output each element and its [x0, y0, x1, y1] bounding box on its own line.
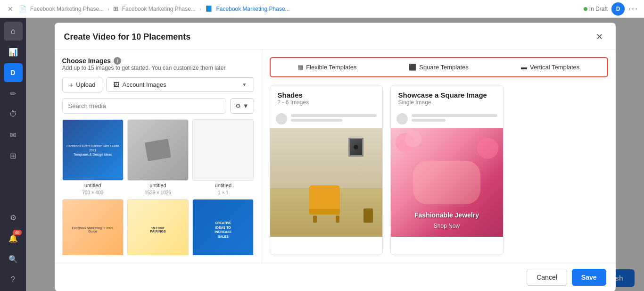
image-thumb-3[interactable]	[192, 119, 254, 181]
sidebar-item-pencil[interactable]: ✏	[4, 84, 23, 103]
tab-vertical-templates[interactable]: ▬ Vertical Templates	[495, 60, 605, 75]
more-button[interactable]: ···	[628, 4, 638, 14]
preview-line-1	[291, 114, 377, 117]
avatar[interactable]: D	[611, 2, 625, 16]
image-thumb-4[interactable]: Facebook Marketing in 2021Guide	[62, 199, 124, 255]
account-images-button[interactable]: 🖼 Account Images ▼	[106, 77, 254, 92]
search-input[interactable]	[62, 98, 226, 114]
card-shades-preview	[270, 109, 382, 237]
choose-images-header: Choose Images i	[62, 57, 254, 65]
vertical-tab-icon: ▬	[521, 64, 527, 71]
list-item: untitled 1539 × 1026	[127, 119, 189, 195]
sidebar-item-clock[interactable]: ⏱	[4, 105, 23, 124]
chair	[309, 185, 343, 223]
tab-square-templates[interactable]: ⬛ Square Templates	[384, 60, 494, 75]
breadcrumb-3-label[interactable]: Facebook Marketing Phase...	[216, 6, 290, 12]
save-button[interactable]: Save	[572, 269, 606, 286]
modal: Create Video for 10 Placements ✕ Choose …	[55, 23, 616, 291]
search-input-wrapper	[62, 98, 226, 114]
card-shades-header: Shades 2 - 6 Images	[270, 85, 382, 109]
card-square-preview: Fashionable Jewelry Shop Now	[391, 109, 503, 237]
jewelry-title: Fashionable Jewelry	[414, 211, 479, 219]
breadcrumb-1-label[interactable]: Facebook Marketing Phase...	[30, 6, 104, 12]
modal-header: Create Video for 10 Placements ✕	[55, 23, 616, 50]
image-preview-4: Facebook Marketing in 2021Guide	[63, 200, 123, 255]
image-thumb-1[interactable]: Facebook Event Banner Size Guide 2021Tem…	[62, 119, 124, 181]
sidebar-item-search[interactable]: 🔍	[4, 249, 23, 268]
image-preview-2	[128, 120, 188, 180]
list-item: Facebook Event Banner Size Guide 2021Tem…	[62, 119, 124, 195]
flower-3	[477, 138, 498, 159]
preview-line-3	[412, 114, 497, 117]
list-item: 15 FONTPAIRINGS untitled	[127, 199, 189, 255]
filter-button[interactable]: ⚙ ▼	[230, 98, 254, 114]
template-card-square[interactable]: Showcase a Square Image Single Image	[390, 85, 504, 255]
top-bar: ✕ 📄 Facebook Marketing Phase... › ⊞ Face…	[0, 0, 644, 18]
room-scene	[270, 128, 382, 237]
template-card-shades[interactable]: Shades 2 - 6 Images	[270, 85, 383, 255]
card-square-subtitle: Single Image	[398, 99, 495, 106]
status-text: In Draft	[589, 6, 608, 12]
image-size-3: 1 × 1	[192, 190, 254, 195]
square-tab-icon: ⬛	[409, 64, 416, 71]
picture-frame	[348, 138, 363, 157]
preview-header-2	[391, 109, 503, 128]
template-cards-area: Shades 2 - 6 Images	[262, 85, 616, 263]
hands-shape	[413, 161, 480, 204]
preview-image-1	[270, 128, 382, 237]
square-tab-label: Square Templates	[419, 64, 469, 71]
filter-chevron: ▼	[243, 102, 249, 109]
modal-close-button[interactable]: ✕	[593, 30, 606, 43]
right-panel: ▦ Flexible Templates ⬛ Square Templates …	[262, 50, 616, 263]
image-preview-6: CREATIVEIDEAS TOINCREASESALES	[193, 200, 253, 255]
sidebar-item-mail[interactable]: ✉	[4, 125, 23, 144]
list-item: Facebook Marketing in 2021Guide untitled	[62, 199, 124, 255]
notification-badge: 48	[13, 230, 21, 235]
filter-icon: ⚙	[235, 102, 241, 109]
sidebar-item-chart[interactable]: 📊	[4, 42, 23, 61]
status-dot	[584, 7, 587, 11]
image-icon: 🖼	[113, 81, 119, 88]
preview-lines-2	[412, 114, 497, 124]
image-label-2: untitled	[127, 183, 189, 188]
jewelry-scene: Fashionable Jewelry Shop Now	[391, 128, 503, 237]
sidebar-item-avatar[interactable]: D	[4, 63, 23, 82]
breadcrumb-2-label[interactable]: Facebook Marketing Phase...	[122, 6, 196, 12]
sidebar-item-help[interactable]: ?	[4, 270, 23, 289]
template-tabs-container: ▦ Flexible Templates ⬛ Square Templates …	[270, 57, 608, 77]
left-panel: Choose Images i Add up to 15 images to g…	[55, 50, 262, 263]
image-size-2: 1539 × 1026	[127, 190, 189, 195]
image-preview-1: Facebook Event Banner Size Guide 2021Tem…	[63, 120, 123, 180]
info-icon[interactable]: i	[114, 57, 121, 65]
choose-images-section: Choose Images i Add up to 15 images to g…	[62, 57, 254, 71]
flower-2	[405, 131, 421, 147]
sidebar-item-home[interactable]: ⌂	[4, 22, 23, 41]
left-sidebar: ⌂ 📊 D ✏ ⏱ ✉ ⊞ ⚙ 🔔48 🔍 ?	[0, 18, 26, 291]
modal-body: Choose Images i Add up to 15 images to g…	[55, 50, 616, 263]
preview-image-2: Fashionable Jewelry Shop Now	[391, 128, 503, 237]
breadcrumb-sep-1: ›	[107, 6, 109, 12]
preview-line-2	[291, 119, 342, 122]
choose-images-subtext: Add up to 15 images to get started. You …	[62, 65, 254, 71]
sidebar-item-bell[interactable]: 🔔48	[4, 229, 23, 248]
image-label-1: untitled	[62, 183, 124, 188]
tab-flexible-templates[interactable]: ▦ Flexible Templates	[272, 60, 382, 75]
card-shades-title: Shades	[278, 91, 375, 99]
cancel-button[interactable]: Cancel	[527, 269, 567, 286]
wall	[270, 128, 382, 188]
image-grid: Facebook Event Banner Size Guide 2021Tem…	[62, 119, 254, 255]
upload-button[interactable]: + Upload	[62, 77, 103, 92]
close-icon[interactable]: ✕	[6, 3, 15, 15]
image-thumb-2[interactable]	[127, 119, 189, 181]
flexible-tab-icon: ▦	[297, 64, 303, 71]
image-thumb-5[interactable]: 15 FONTPAIRINGS	[127, 199, 189, 255]
image-thumb-6[interactable]: CREATIVEIDEAS TOINCREASESALES	[192, 199, 254, 255]
upload-label: Upload	[76, 81, 95, 88]
vertical-tab-label: Vertical Templates	[530, 64, 579, 71]
sidebar-item-settings[interactable]: ⚙	[4, 208, 23, 227]
chevron-down-icon: ▼	[242, 82, 247, 87]
doc-icon: 📄	[19, 5, 26, 12]
jewelry-cta: Shop Now	[434, 223, 460, 229]
sidebar-item-grid[interactable]: ⊞	[4, 146, 23, 165]
preview-lines-1	[291, 114, 377, 124]
